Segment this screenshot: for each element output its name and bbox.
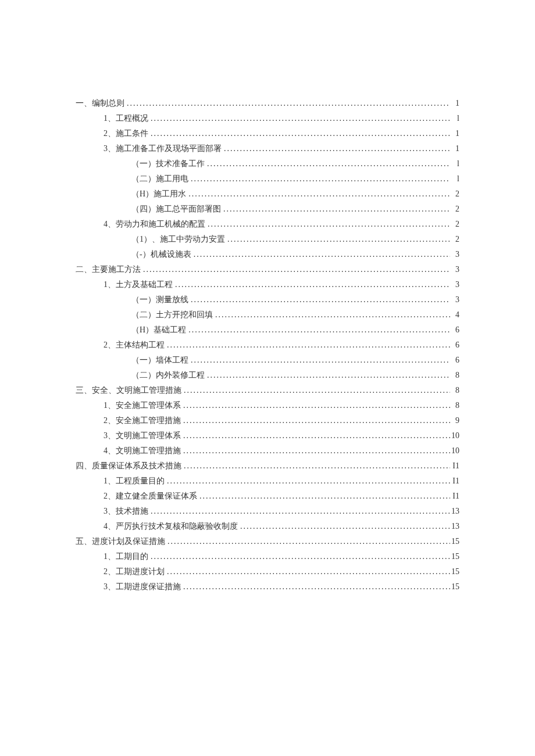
toc-leader-dots bbox=[124, 96, 450, 111]
toc-row: 4、严厉执行技术复核和隐蔽验收制度13 bbox=[76, 519, 459, 534]
toc-page-number: 10 bbox=[450, 443, 459, 458]
toc-row: （一）技术准备工作l bbox=[76, 156, 459, 171]
toc-page-number: 4 bbox=[450, 307, 459, 323]
toc-row: （1）、施工中劳动力安置2 bbox=[76, 232, 459, 247]
toc-label: 2、主体结构工程 bbox=[104, 338, 165, 353]
table-of-contents: 一、编制总则11、工程概况l2、施工条件13、施工准备工作及现场平面部署1（一）… bbox=[76, 96, 459, 594]
toc-label: （二）土方开挖和回填 bbox=[131, 307, 213, 323]
toc-leader-dots bbox=[181, 413, 450, 428]
toc-leader-dots bbox=[181, 428, 450, 443]
toc-label: 1、土方及基础工程 bbox=[104, 277, 173, 292]
toc-page-number: 1 bbox=[450, 141, 459, 156]
toc-row: 2、施工条件1 bbox=[76, 126, 459, 141]
toc-leader-dots bbox=[148, 111, 450, 126]
toc-page-number: 3 bbox=[450, 277, 459, 292]
toc-row: （四）施工总平面部署图2 bbox=[76, 202, 459, 217]
toc-page-number: 2 bbox=[450, 232, 459, 247]
toc-leader-dots bbox=[221, 202, 450, 217]
toc-row: （-）机械设施表3 bbox=[76, 247, 459, 262]
toc-page-number: 8 bbox=[450, 368, 459, 383]
toc-row: 2、安全施工管理措施9 bbox=[76, 413, 459, 428]
toc-page-number: 6 bbox=[450, 353, 459, 368]
toc-label: 2、建立健全质量保证体系 bbox=[104, 489, 197, 504]
toc-row: 1、工程概况l bbox=[76, 111, 459, 126]
toc-page-number: 6 bbox=[450, 323, 459, 338]
toc-row: 五、进度计划及保证措施15 bbox=[76, 534, 459, 549]
toc-page-number: 1 bbox=[450, 126, 459, 141]
toc-label: （二）施工用电 bbox=[131, 171, 188, 187]
toc-leader-dots bbox=[188, 292, 450, 307]
toc-page-number: 8 bbox=[450, 398, 459, 413]
toc-label: 三、安全、文明施工管理措施 bbox=[76, 383, 181, 398]
toc-label: 四、质量保证体系及技术措施 bbox=[76, 458, 181, 474]
toc-label: 3、工期进度保证措施 bbox=[104, 579, 181, 594]
toc-label: 4、文明施工管理措施 bbox=[104, 443, 181, 458]
toc-leader-dots bbox=[165, 534, 450, 549]
toc-row: （H）施工用水2 bbox=[76, 187, 459, 202]
toc-leader-dots bbox=[188, 171, 450, 187]
toc-page-number: 15 bbox=[450, 534, 459, 549]
toc-page-number: 13 bbox=[450, 504, 459, 519]
toc-page-number: 15 bbox=[450, 579, 459, 594]
toc-label: 3、技术措施 bbox=[104, 504, 148, 519]
toc-row: （二）内外装修工程8 bbox=[76, 368, 459, 383]
toc-row: 3、文明施工管理体系10 bbox=[76, 428, 459, 443]
toc-label: 3、文明施工管理体系 bbox=[104, 428, 181, 443]
toc-page-number: 3 bbox=[450, 262, 459, 277]
toc-leader-dots bbox=[205, 368, 450, 383]
toc-label: （一）技术准备工作 bbox=[131, 156, 205, 171]
toc-leader-dots bbox=[225, 232, 450, 247]
toc-row: （H）基础工程6 bbox=[76, 323, 459, 338]
toc-page-number: 1 bbox=[450, 96, 459, 111]
toc-row: 一、编制总则1 bbox=[76, 96, 459, 111]
toc-leader-dots bbox=[165, 474, 450, 489]
toc-leader-dots bbox=[165, 338, 450, 353]
toc-page-number: I1 bbox=[450, 489, 459, 504]
toc-row: 4、文明施工管理措施10 bbox=[76, 443, 459, 458]
toc-page-number: 10 bbox=[450, 428, 459, 443]
toc-row: 1、安全施工管理体系8 bbox=[76, 398, 459, 413]
toc-leader-dots bbox=[173, 277, 450, 292]
toc-label: 2、工期进度计划 bbox=[104, 564, 165, 579]
toc-page-number: 2 bbox=[450, 217, 459, 232]
toc-leader-dots bbox=[181, 398, 450, 413]
toc-leader-dots bbox=[181, 579, 450, 594]
toc-page-number: 15 bbox=[450, 549, 459, 564]
toc-row: 四、质量保证体系及技术措施I1 bbox=[76, 458, 459, 474]
toc-leader-dots bbox=[181, 443, 450, 458]
toc-label: 1、工期目的 bbox=[104, 549, 148, 564]
toc-label: 1、安全施工管理体系 bbox=[104, 398, 181, 413]
toc-row: 1、工程质量目的I1 bbox=[76, 474, 459, 489]
toc-leader-dots bbox=[191, 247, 450, 262]
toc-label: （-）机械设施表 bbox=[131, 247, 191, 262]
toc-row: 3、工期进度保证措施15 bbox=[76, 579, 459, 594]
toc-page-number: 13 bbox=[450, 519, 459, 534]
toc-row: 1、工期目的15 bbox=[76, 549, 459, 564]
toc-leader-dots bbox=[205, 217, 450, 232]
toc-page-number: I1 bbox=[450, 458, 459, 474]
toc-label: （四）施工总平面部署图 bbox=[131, 202, 221, 217]
toc-row: 2、工期进度计划15 bbox=[76, 564, 459, 579]
toc-row: （一）墙体工程6 bbox=[76, 353, 459, 368]
toc-row: 2、主体结构工程6 bbox=[76, 338, 459, 353]
toc-label: 1、工程概况 bbox=[104, 111, 148, 126]
toc-page-number: 6 bbox=[450, 338, 459, 353]
toc-label: 五、进度计划及保证措施 bbox=[76, 534, 165, 549]
toc-label: （一）墙体工程 bbox=[131, 353, 188, 368]
toc-row: （二）土方开挖和回填4 bbox=[76, 307, 459, 323]
toc-row: 4、劳动力和施工机械的配置2 bbox=[76, 217, 459, 232]
toc-page-number: l bbox=[450, 111, 459, 126]
toc-leader-dots bbox=[205, 156, 450, 171]
toc-label: （二）内外装修工程 bbox=[131, 368, 205, 383]
toc-label: （1）、施工中劳动力安置 bbox=[131, 232, 225, 247]
toc-label: 4、劳动力和施工机械的配置 bbox=[104, 217, 205, 232]
toc-row: 三、安全、文明施工管理措施8 bbox=[76, 383, 459, 398]
toc-label: 4、严厉执行技术复核和隐蔽验收制度 bbox=[104, 519, 238, 534]
toc-page-number: 3 bbox=[450, 292, 459, 307]
toc-page-number: 9 bbox=[450, 413, 459, 428]
toc-label: （一）测量放线 bbox=[131, 292, 188, 307]
toc-page-number: l bbox=[450, 156, 459, 171]
toc-row: （一）测量放线3 bbox=[76, 292, 459, 307]
toc-page-number: 2 bbox=[450, 187, 459, 202]
toc-page-number: I1 bbox=[450, 474, 459, 489]
